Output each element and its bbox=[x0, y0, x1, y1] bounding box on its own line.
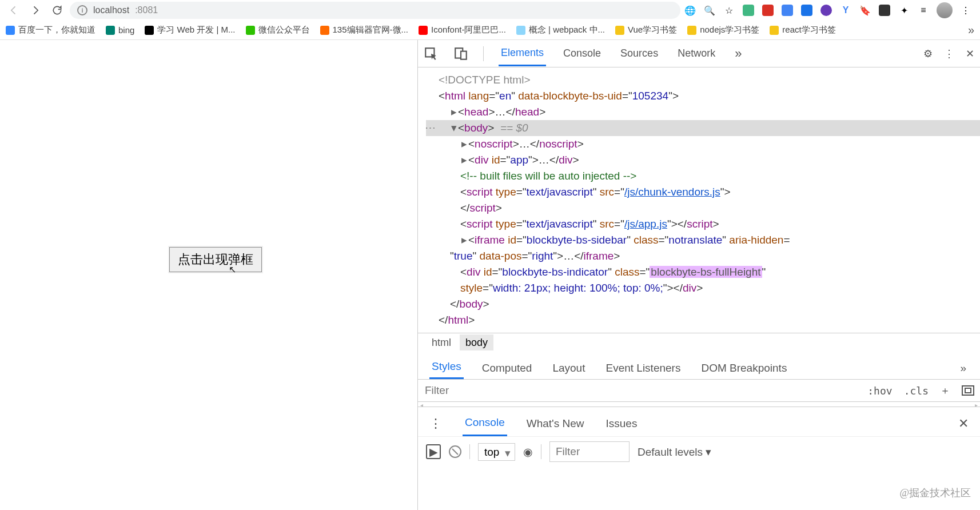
tab-console[interactable]: Console bbox=[561, 42, 603, 65]
devtools-panel: Elements Console Sources Network » ⚙ ⋮ ✕… bbox=[417, 40, 980, 510]
profile-avatar[interactable] bbox=[937, 2, 953, 18]
reading-list-icon[interactable]: 🔖 bbox=[859, 4, 871, 17]
dom-script2[interactable]: <script type="text/javascript" src="/js/… bbox=[426, 216, 980, 232]
bookmark-item[interactable]: bing bbox=[106, 25, 134, 35]
ext-circle-icon[interactable] bbox=[820, 4, 832, 17]
ext-v-icon[interactable]: Y bbox=[839, 4, 852, 17]
h-scroll-indicator: ◂▸ bbox=[418, 402, 980, 407]
tab-network[interactable]: Network bbox=[675, 42, 718, 65]
tab-sources[interactable]: Sources bbox=[618, 42, 660, 65]
dom-comment: <!-- built files will be auto injected -… bbox=[426, 168, 980, 184]
dom-doctype: <!DOCTYPE html> bbox=[426, 72, 980, 88]
drawer-tabs: ⋮ Console What's New Issues ✕ bbox=[418, 407, 980, 436]
box-model-icon[interactable] bbox=[956, 382, 980, 399]
ext-dark-icon[interactable] bbox=[878, 4, 891, 17]
address-bar[interactable]: i localhost:8081 bbox=[70, 2, 680, 19]
inspect-element-icon[interactable] bbox=[424, 46, 439, 61]
crumb-html[interactable]: html bbox=[426, 334, 457, 350]
tab-dom-breakpoints[interactable]: DOM Breakpoints bbox=[699, 357, 789, 379]
dom-body-close: </body> bbox=[426, 296, 980, 312]
nav-back-button[interactable] bbox=[5, 1, 23, 19]
dom-tree[interactable]: <!DOCTYPE html> <html lang="en" data-blo… bbox=[418, 67, 980, 333]
ext-vue-icon[interactable] bbox=[742, 4, 755, 17]
watermark-text: @掘金技术社区 bbox=[899, 486, 971, 500]
console-filter-input[interactable] bbox=[549, 441, 630, 462]
bookmark-item[interactable]: 学习 Web 开发 | M... bbox=[145, 25, 235, 35]
toolbar-actions: 🌐 🔍 ☆ Y 🔖 ✦ ≡ ⋮ bbox=[684, 2, 975, 18]
tab-event-listeners[interactable]: Event Listeners bbox=[603, 357, 683, 379]
devtools-menu-icon[interactable]: ⋮ bbox=[944, 47, 954, 60]
bookmarks-overflow-icon[interactable]: » bbox=[968, 23, 974, 37]
dom-head[interactable]: ▸<head>…</head> bbox=[426, 104, 980, 120]
console-levels-dropdown[interactable]: Default levels ▾ bbox=[638, 445, 711, 459]
webpage-viewport: 点击出现弹框 ↖ bbox=[0, 40, 417, 510]
dom-html-open[interactable]: <html lang="en" data-blockbyte-bs-uid="1… bbox=[426, 88, 980, 104]
bookmark-item[interactable]: nodejs学习书签 bbox=[687, 25, 759, 35]
dom-indicator-cont: style="width: 21px; height: 100%; top: 0… bbox=[426, 280, 980, 296]
bookmark-item[interactable]: Vue学习书签 bbox=[615, 25, 677, 35]
zoom-icon[interactable]: 🔍 bbox=[703, 4, 716, 17]
devtools-tabs: Elements Console Sources Network » ⚙ ⋮ ✕ bbox=[418, 40, 980, 67]
devtools-settings-icon[interactable]: ⚙ bbox=[923, 47, 933, 60]
tab-elements[interactable]: Elements bbox=[499, 41, 546, 66]
svg-rect-3 bbox=[962, 386, 974, 395]
drawer-tab-whatsnew[interactable]: What's New bbox=[524, 412, 587, 436]
styles-tabs: Styles Computed Layout Event Listeners D… bbox=[418, 352, 980, 380]
bookmark-item[interactable]: 135编辑器官网-微... bbox=[320, 25, 409, 35]
drawer-tab-issues[interactable]: Issues bbox=[603, 412, 639, 436]
playlist-icon[interactable]: ≡ bbox=[917, 4, 930, 17]
bookmark-item[interactable]: Iconfont-阿里巴巴... bbox=[419, 25, 506, 35]
nav-reload-button[interactable] bbox=[48, 1, 66, 19]
dom-div-app[interactable]: ▸<div id="app">…</div> bbox=[426, 152, 980, 168]
tabs-overflow-icon[interactable]: » bbox=[732, 41, 744, 67]
svg-rect-4 bbox=[965, 388, 971, 393]
styles-tabs-overflow-icon[interactable]: » bbox=[958, 357, 969, 379]
hov-toggle[interactable]: :hov bbox=[862, 381, 898, 400]
nav-forward-button[interactable] bbox=[26, 1, 45, 19]
dom-script1[interactable]: <script type="text/javascript" src="/js/… bbox=[426, 184, 980, 200]
browser-toolbar: i localhost:8081 🌐 🔍 ☆ Y 🔖 ✦ ≡ ⋮ bbox=[0, 0, 980, 21]
ext-translate-icon[interactable] bbox=[781, 4, 794, 17]
ext-red-icon[interactable] bbox=[762, 4, 774, 17]
dom-html-close: </html> bbox=[426, 312, 980, 328]
styles-filter-input[interactable] bbox=[418, 380, 862, 401]
drawer-menu-icon[interactable]: ⋮ bbox=[429, 416, 442, 431]
devtools-close-icon[interactable]: ✕ bbox=[966, 47, 974, 60]
styles-toolbar: :hov .cls ＋ bbox=[418, 380, 980, 402]
ext-download-icon[interactable] bbox=[800, 4, 813, 17]
dom-indicator[interactable]: <div id="blockbyte-bs-indicator" class="… bbox=[426, 264, 980, 280]
tab-styles[interactable]: Styles bbox=[429, 356, 464, 379]
url-host: localhost bbox=[93, 5, 129, 15]
console-sidebar-toggle-icon[interactable]: ▶ bbox=[426, 444, 441, 459]
tab-computed[interactable]: Computed bbox=[480, 357, 535, 379]
translate-icon[interactable]: 🌐 bbox=[684, 4, 696, 17]
dom-body-selected[interactable]: ⋯▾<body> == $0 bbox=[426, 120, 980, 136]
device-toggle-icon[interactable] bbox=[453, 46, 468, 61]
drawer-close-icon[interactable]: ✕ bbox=[958, 416, 969, 431]
dom-script1-close: </script> bbox=[426, 200, 980, 216]
dom-breadcrumb[interactable]: html body bbox=[418, 333, 980, 352]
dom-noscript[interactable]: ▸<noscript>…</noscript> bbox=[426, 136, 980, 152]
dom-iframe-cont: "true" data-pos="right">…</iframe> bbox=[426, 248, 980, 264]
dom-iframe[interactable]: ▸<iframe id="blockbyte-bs-sidebar" class… bbox=[426, 232, 980, 248]
clear-console-icon[interactable] bbox=[449, 445, 461, 458]
new-style-rule-icon[interactable]: ＋ bbox=[934, 380, 956, 401]
drawer-tab-console[interactable]: Console bbox=[463, 411, 507, 436]
console-toolbar: ▶ top ▾ ◉ Default levels ▾ bbox=[418, 436, 980, 467]
cls-toggle[interactable]: .cls bbox=[898, 381, 934, 400]
bookmark-star-icon[interactable]: ☆ bbox=[723, 4, 735, 17]
live-expression-icon[interactable]: ◉ bbox=[523, 445, 533, 459]
url-port: :8081 bbox=[135, 5, 158, 15]
tab-layout[interactable]: Layout bbox=[550, 357, 587, 379]
svg-rect-2 bbox=[461, 51, 467, 59]
bookmark-item[interactable]: 概念 | webpack 中... bbox=[516, 25, 605, 35]
bookmark-item[interactable]: react学习书签 bbox=[770, 25, 835, 35]
bookmark-item[interactable]: 微信公众平台 bbox=[246, 25, 310, 35]
extensions-icon[interactable]: ✦ bbox=[898, 4, 910, 17]
bookmark-item[interactable]: 百度一下，你就知道 bbox=[6, 25, 95, 35]
console-context-select[interactable]: top bbox=[478, 443, 515, 461]
site-info-icon[interactable]: i bbox=[77, 5, 87, 15]
open-modal-button[interactable]: 点击出现弹框 bbox=[169, 247, 262, 272]
crumb-body[interactable]: body bbox=[460, 334, 493, 350]
chrome-menu-icon[interactable]: ⋮ bbox=[959, 4, 972, 17]
